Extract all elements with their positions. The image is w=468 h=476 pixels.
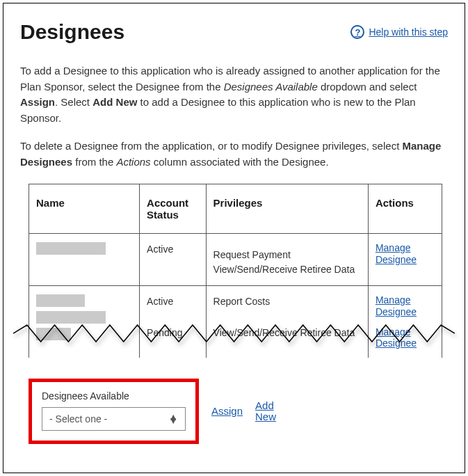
- select-placeholder: - Select one -: [49, 413, 107, 425]
- intro-em: Actions: [116, 156, 150, 168]
- cell-status: Active Pending: [140, 286, 206, 358]
- help-icon: ?: [350, 25, 364, 39]
- header-row: Designees ? Help with this step: [20, 20, 448, 44]
- redacted-name: [36, 242, 106, 255]
- privilege-text: View/Send/Receive Retiree Data: [213, 326, 361, 340]
- page-title: Designees: [20, 20, 124, 44]
- redacted-name: [36, 328, 71, 340]
- select-chevron-icon: ▲▼: [168, 415, 178, 422]
- manage-designee-link[interactable]: Manage Designee: [376, 242, 435, 266]
- col-header-privileges: Privileges: [206, 184, 368, 234]
- manage-designee-link[interactable]: Manage Designee: [376, 294, 435, 318]
- redacted-name: [36, 311, 106, 324]
- cell-status: Active: [140, 234, 206, 286]
- privilege-text: View/Send/Receive Retiree Data: [213, 262, 361, 277]
- table-header-row: Name Account Status Privileges Actions: [29, 184, 442, 234]
- intro-text: To delete a Designee from the applicatio…: [20, 140, 402, 152]
- intro-text: . Select: [55, 96, 92, 108]
- status-text: Pending: [147, 326, 198, 340]
- cell-name: [29, 286, 140, 358]
- intro-paragraph-1: To add a Designee to this application wh…: [20, 63, 448, 126]
- intro-text: dropdown and select: [318, 81, 417, 93]
- designees-available-highlight: Designees Available - Select one - ▲▼: [29, 379, 199, 444]
- intro-strong: Assign: [20, 96, 55, 108]
- cell-privileges: Report Costs View/Send/Receive Retiree D…: [206, 286, 368, 358]
- table-row: Active Pending Report Costs View/Send/Re…: [29, 286, 442, 358]
- privilege-text: Request Payment: [213, 248, 361, 262]
- footer-controls: Designees Available - Select one - ▲▼ As…: [29, 379, 448, 444]
- privilege-text: Report Costs: [213, 294, 361, 309]
- intro-strong: Add New: [92, 96, 137, 108]
- help-link[interactable]: ? Help with this step: [350, 25, 448, 39]
- cell-actions: Manage Designee: [368, 234, 442, 286]
- designees-available-label: Designees Available: [42, 390, 186, 402]
- intro-em: Designees Available: [224, 81, 318, 93]
- manage-designee-link[interactable]: Manage Designee: [376, 326, 435, 350]
- col-header-status: Account Status: [140, 184, 206, 234]
- assign-link[interactable]: Assign: [211, 406, 243, 418]
- cell-privileges: Request Payment View/Send/Receive Retire…: [206, 234, 368, 286]
- redacted-name: [36, 294, 85, 307]
- cell-actions: Manage Designee Manage Designee: [368, 286, 442, 358]
- status-text: Active: [147, 294, 198, 309]
- cell-name: [29, 234, 140, 286]
- col-header-name: Name: [29, 184, 140, 234]
- intro-text: column associated with the Designee.: [151, 156, 329, 168]
- table-row: Active Request Payment View/Send/Receive…: [29, 234, 442, 286]
- designees-available-select[interactable]: - Select one - ▲▼: [42, 407, 186, 431]
- add-new-link[interactable]: Add New: [255, 400, 283, 423]
- col-header-actions: Actions: [368, 184, 442, 234]
- intro-paragraph-2: To delete a Designee from the applicatio…: [20, 138, 448, 170]
- designees-table: Name Account Status Privileges Actions A…: [29, 184, 442, 358]
- page-container: Designees ? Help with this step To add a…: [3, 3, 465, 473]
- intro-text: from the: [72, 156, 116, 168]
- help-link-label: Help with this step: [369, 26, 448, 38]
- table-wrapper: Name Account Status Privileges Actions A…: [20, 184, 448, 358]
